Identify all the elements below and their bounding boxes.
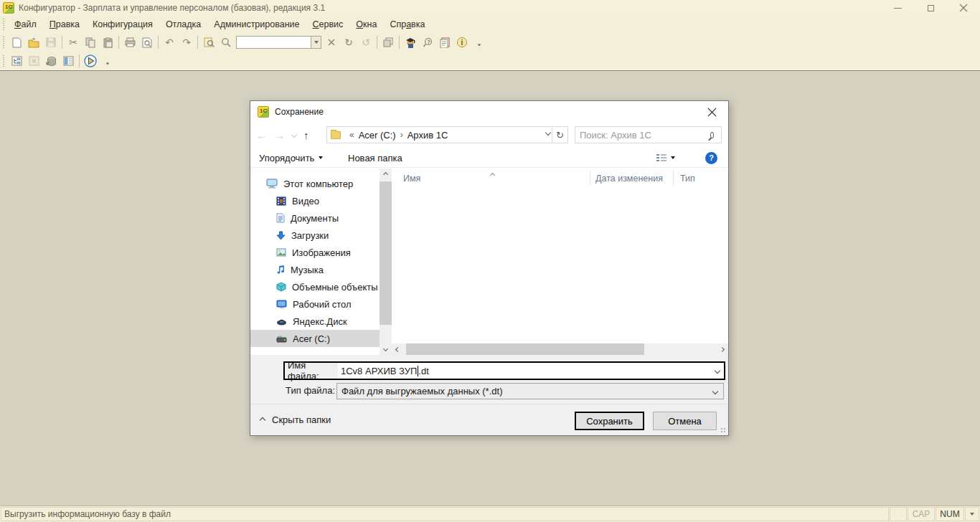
sidebar-item-yandex-disk[interactable]: Яндекс.Диск	[250, 313, 380, 330]
toolbar-search-dropdown[interactable]	[311, 36, 321, 49]
menu-edit[interactable]: Правка	[43, 17, 86, 32]
sidebar-scrollbar[interactable]	[380, 169, 392, 355]
redo-button[interactable]: ↷	[178, 34, 195, 50]
templates-button[interactable]	[436, 34, 453, 50]
open-file-button[interactable]	[25, 34, 42, 50]
computer-icon	[266, 179, 278, 189]
help-button[interactable]: ?	[705, 148, 717, 167]
breadcrumb-overflow[interactable]: «	[349, 130, 354, 140]
recent-locations-dropdown[interactable]	[291, 132, 297, 138]
sidebar-item-desktop[interactable]: Рабочий стол	[250, 295, 380, 313]
back-button[interactable]: ←	[256, 129, 267, 141]
sidebar-item-music[interactable]: Музыка	[250, 261, 380, 278]
syntax-check-button[interactable]	[402, 34, 419, 50]
menu-configuration[interactable]: Конфигурация	[86, 17, 159, 32]
statusbar-dropdown[interactable]	[965, 507, 979, 521]
sidebar-item-documents[interactable]: Документы	[250, 209, 380, 227]
breadcrumb-folder[interactable]: Архив 1С	[407, 130, 448, 141]
open-configuration-button[interactable]	[8, 53, 25, 69]
undo-button[interactable]: ↶	[161, 34, 178, 50]
menu-file[interactable]: Файл	[8, 17, 43, 32]
sidebar-item-videos[interactable]: Видео	[250, 192, 380, 209]
menu-help[interactable]: Справка	[383, 17, 431, 32]
breadcrumb-drive[interactable]: Acer (C:)	[359, 130, 396, 141]
toolbar-grip[interactable]	[2, 54, 5, 67]
cancel-button[interactable]: Отмена	[653, 412, 717, 430]
refresh-button[interactable]: ↻	[552, 127, 567, 143]
filename-dropdown-icon[interactable]	[715, 368, 720, 374]
sidebar-item-acer-c-drive[interactable]: Acer (C:)	[250, 330, 380, 347]
toolbar-search-input[interactable]	[236, 36, 311, 49]
start-debugging-button[interactable]	[82, 53, 99, 69]
filename-label: Имя файла:	[285, 360, 338, 381]
find-button[interactable]	[200, 34, 217, 50]
folder-icon	[331, 131, 341, 139]
column-name[interactable]: Имя	[403, 174, 420, 184]
copy-button[interactable]	[82, 34, 99, 50]
filename-input[interactable]: 1Cv8 АРХИВ ЗУП .dt	[338, 363, 724, 379]
close-button[interactable]	[947, 0, 980, 16]
scroll-left-icon[interactable]	[392, 343, 404, 355]
cut-button[interactable]: ✂	[65, 34, 82, 50]
up-button[interactable]: ↑	[303, 129, 309, 141]
copy-windows-button[interactable]	[380, 34, 397, 50]
new-folder-button[interactable]: Новая папка	[348, 148, 402, 167]
scroll-up-icon[interactable]	[380, 169, 392, 181]
database-button[interactable]	[42, 53, 60, 69]
print-button[interactable]	[121, 34, 138, 50]
toolbar-grip[interactable]	[2, 36, 5, 49]
info-button[interactable]: i	[453, 34, 471, 50]
find-previous-button[interactable]: ↺	[357, 34, 374, 50]
toolbar-overflow-button[interactable]	[471, 34, 488, 50]
minimize-button[interactable]	[881, 0, 914, 16]
save-confirm-button[interactable]: Сохранить	[575, 412, 644, 430]
copy-icon	[85, 37, 95, 48]
forward-button[interactable]: →	[274, 129, 285, 141]
zoom-button[interactable]	[217, 34, 235, 50]
column-type[interactable]: Тип	[680, 174, 695, 184]
scrollbar-thumb[interactable]	[380, 181, 392, 325]
paste-button[interactable]	[99, 34, 116, 50]
file-list-horizontal-scrollbar[interactable]	[392, 343, 728, 355]
save-button[interactable]	[42, 34, 60, 50]
address-dropdown-icon[interactable]	[545, 130, 551, 136]
print-preview-button[interactable]	[138, 34, 156, 50]
filetype-select[interactable]: Файл для выгружаемых данных (*.dt)	[336, 383, 724, 399]
syntax-help-button[interactable]: ?	[419, 34, 436, 50]
new-document-button[interactable]	[8, 34, 25, 50]
templates-icon	[440, 37, 450, 48]
organize-button[interactable]: Упорядочить	[259, 148, 323, 167]
sidebar-item-3d-objects[interactable]: Объемные объекты	[250, 278, 380, 295]
menu-administration[interactable]: Администрирование	[207, 17, 306, 32]
menu-service[interactable]: Сервис	[306, 17, 350, 32]
sidebar-item-this-pc[interactable]: Этот компьютер	[250, 175, 380, 192]
navigation-pane: Этот компьютер Видео Документы Загрузки …	[250, 169, 380, 355]
chevron-down-icon	[671, 156, 675, 159]
address-bar[interactable]: « Acer (C:) › Архив 1С ↻	[326, 126, 568, 143]
resize-grip[interactable]	[720, 427, 727, 434]
refresh-icon: ↻	[556, 130, 564, 141]
restore-button[interactable]	[914, 0, 947, 16]
scroll-right-icon[interactable]	[716, 343, 728, 355]
sidebar-item-downloads[interactable]: Загрузки	[250, 227, 380, 244]
hide-folders-button[interactable]: Скрыть папки	[260, 414, 331, 425]
search-input[interactable]	[575, 130, 710, 141]
find-next-button[interactable]: ↻	[340, 34, 357, 50]
column-date-modified[interactable]: Дата изменения	[595, 174, 663, 184]
scrollbar-thumb[interactable]	[406, 343, 644, 355]
breadcrumb-separator-icon: ›	[400, 130, 403, 140]
form-window-button[interactable]	[60, 53, 77, 69]
menu-debug[interactable]: Отладка	[159, 17, 207, 32]
clear-search-button[interactable]	[323, 34, 340, 50]
scroll-down-icon[interactable]	[380, 343, 392, 355]
dialog-close-button[interactable]	[696, 101, 728, 123]
change-view-button[interactable]	[656, 148, 675, 167]
close-configuration-button[interactable]	[25, 53, 42, 69]
sidebar-item-pictures[interactable]: Изображения	[250, 244, 380, 261]
search-icon	[710, 132, 714, 138]
new-document-icon	[12, 37, 22, 48]
dialog-form-area: Имя файла: 1Cv8 АРХИВ ЗУП .dt Тип файла:…	[250, 355, 728, 404]
menubar-grip[interactable]	[2, 18, 5, 31]
debug-dropdown-button[interactable]	[99, 53, 116, 69]
menu-windows[interactable]: Окна	[349, 17, 383, 32]
